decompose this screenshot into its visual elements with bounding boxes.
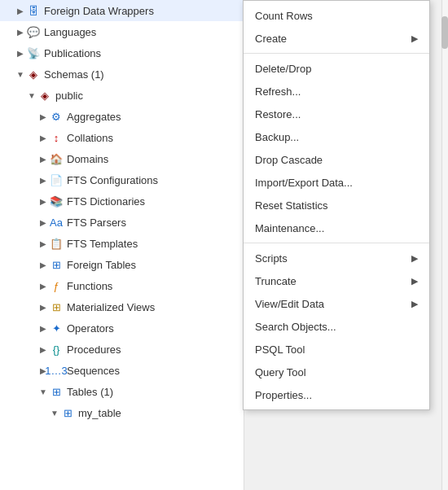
tree-arrow-my-table: ▼ — [49, 409, 60, 418]
tree-item-fts-configurations[interactable]: ▶ 📄 FTS Configurations — [0, 169, 244, 190]
menu-label-backup: Backup... — [255, 131, 299, 143]
tree-label-foreign-data-wrappers: Foreign Data Wrappers — [44, 5, 154, 17]
menu-submenu-arrow-view-edit-data: ▶ — [411, 299, 418, 309]
menu-item-query-tool[interactable]: Query Tool — [244, 361, 429, 383]
tree-icon-my-table: ⊞ — [60, 405, 75, 420]
menu-label-truncate: Truncate — [255, 275, 296, 287]
tree-arrow-fts-configurations: ▶ — [37, 176, 49, 185]
tree-arrow-foreign-tables: ▶ — [37, 260, 49, 269]
menu-item-maintenance[interactable]: Maintenance... — [244, 217, 429, 239]
tree-item-procedures[interactable]: ▶ {} Procedures — [0, 339, 244, 360]
menu-label-maintenance: Maintenance... — [255, 222, 324, 234]
tree-item-materialized-views[interactable]: ▶ ⊞ Materialized Views — [0, 296, 244, 317]
tree-arrow-tables: ▼ — [37, 387, 49, 396]
tree-arrow-operators: ▶ — [37, 324, 49, 333]
tree-label-fts-dictionaries: FTS Dictionaries — [67, 195, 145, 208]
tree-label-publications: Publications — [44, 47, 101, 59]
tree-arrow-collations: ▶ — [37, 133, 49, 142]
menu-item-psql-tool[interactable]: PSQL Tool — [244, 338, 429, 361]
tree-arrow-fts-parsers: ▶ — [37, 218, 49, 227]
tree-panel: ▶ 🗄 Foreign Data Wrappers ▶ 💬 Languages … — [0, 0, 244, 490]
menu-submenu-arrow-truncate: ▶ — [411, 276, 418, 287]
tree-item-tables[interactable]: ▼ ⊞ Tables (1) — [0, 381, 244, 402]
tree-icon-materialized-views: ⊞ — [49, 300, 64, 314]
tree-icon-languages: 💬 — [26, 24, 41, 39]
tree-icon-operators: ✦ — [49, 321, 64, 335]
tree-item-functions[interactable]: ▶ ƒ Functions — [0, 275, 244, 296]
tree-item-sequences[interactable]: ▶ 1…3 Sequences — [0, 360, 244, 381]
menu-label-create: Create — [255, 33, 287, 45]
tree-label-aggregates: Aggregates — [67, 111, 121, 123]
menu-label-refresh: Refresh... — [255, 85, 301, 98]
scrollbar-track[interactable] — [441, 0, 448, 490]
tree-arrow-materialized-views: ▶ — [37, 303, 49, 312]
menu-label-count-rows: Count Rows — [255, 10, 313, 22]
tree-label-public: public — [55, 90, 83, 102]
tree-item-foreign-data-wrappers[interactable]: ▶ 🗄 Foreign Data Wrappers — [0, 0, 244, 21]
menu-item-drop-cascade[interactable]: Drop Cascade — [244, 148, 429, 171]
tree-item-aggregates[interactable]: ▶ ⚙ Aggregates — [0, 106, 244, 127]
tree-arrow-fts-templates: ▶ — [37, 239, 49, 248]
menu-item-refresh[interactable]: Refresh... — [244, 80, 429, 103]
tree-icon-public: ◈ — [37, 88, 52, 103]
tree-item-schemas[interactable]: ▼ ◈ Schemas (1) — [0, 63, 244, 85]
tree-item-fts-templates[interactable]: ▶ 📋 FTS Templates — [0, 233, 244, 254]
menu-item-properties[interactable]: Properties... — [244, 383, 429, 406]
tree-arrow-languages: ▶ — [15, 28, 26, 37]
tree-arrow-functions: ▶ — [37, 282, 49, 291]
menu-label-scripts: Scripts — [255, 252, 288, 265]
menu-item-reset-statistics[interactable]: Reset Statistics — [244, 194, 429, 217]
tree-icon-domains: 🏠 — [49, 151, 64, 166]
scrollbar-thumb[interactable] — [441, 16, 448, 49]
menu-label-search-objects: Search Objects... — [255, 321, 336, 333]
tree-label-domains: Domains — [67, 153, 108, 165]
menu-item-delete-drop[interactable]: Delete/Drop — [244, 57, 429, 80]
tree-icon-procedures: {} — [49, 342, 64, 357]
menu-item-backup[interactable]: Backup... — [244, 125, 429, 148]
tree-arrow-fts-dictionaries: ▶ — [37, 197, 49, 206]
tree-icon-functions: ƒ — [49, 278, 64, 293]
tree-item-collations[interactable]: ▶ ↕ Collations — [0, 127, 244, 148]
tree-label-fts-configurations: FTS Configurations — [67, 174, 158, 186]
menu-item-restore[interactable]: Restore... — [244, 103, 429, 125]
tree-label-my-table: my_table — [78, 407, 121, 419]
tree-label-fts-templates: FTS Templates — [67, 238, 138, 250]
tree-item-operators[interactable]: ▶ ✦ Operators — [0, 317, 244, 339]
tree-item-fts-parsers[interactable]: ▶ Aa FTS Parsers — [0, 212, 244, 233]
menu-item-truncate[interactable]: Truncate▶ — [244, 269, 429, 292]
tree-label-procedures: Procedures — [67, 343, 121, 356]
tree-label-schemas: Schemas (1) — [44, 68, 104, 81]
tree-item-fts-dictionaries[interactable]: ▶ 📚 FTS Dictionaries — [0, 190, 244, 212]
menu-item-view-edit-data[interactable]: View/Edit Data▶ — [244, 292, 429, 315]
menu-item-search-objects[interactable]: Search Objects... — [244, 315, 429, 338]
tree-item-my-table[interactable]: ▼ ⊞ my_table — [0, 402, 244, 423]
menu-label-import-export: Import/Export Data... — [255, 177, 353, 189]
tree-label-foreign-tables: Foreign Tables — [67, 259, 136, 271]
menu-label-reset-statistics: Reset Statistics — [255, 199, 328, 212]
tree-item-domains[interactable]: ▶ 🏠 Domains — [0, 148, 244, 169]
tree-label-functions: Functions — [67, 280, 112, 292]
tree-arrow-publications: ▶ — [15, 49, 26, 58]
menu-divider — [244, 53, 429, 54]
menu-divider — [244, 243, 429, 243]
menu-item-count-rows[interactable]: Count Rows — [244, 4, 429, 27]
tree-item-publications[interactable]: ▶ 📡 Publications — [0, 42, 244, 63]
tree-icon-collations: ↕ — [49, 130, 64, 145]
menu-item-create[interactable]: Create▶ — [244, 27, 429, 50]
tree-icon-sequences: 1…3 — [49, 363, 64, 378]
menu-item-import-export[interactable]: Import/Export Data... — [244, 171, 429, 194]
tree-label-sequences: Sequences — [67, 365, 120, 377]
tree-icon-tables: ⊞ — [49, 384, 64, 399]
tree-item-languages[interactable]: ▶ 💬 Languages — [0, 21, 244, 42]
tree-icon-aggregates: ⚙ — [49, 109, 64, 124]
tree-item-public[interactable]: ▼ ◈ public — [0, 85, 244, 106]
tree-item-foreign-tables[interactable]: ▶ ⊞ Foreign Tables — [0, 254, 244, 275]
tree-arrow-foreign-data-wrappers: ▶ — [15, 7, 26, 15]
menu-label-restore: Restore... — [255, 108, 301, 120]
menu-label-psql-tool: PSQL Tool — [255, 343, 305, 356]
menu-submenu-arrow-scripts: ▶ — [411, 253, 418, 264]
tree-icon-publications: 📡 — [26, 46, 41, 60]
tree-icon-fts-dictionaries: 📚 — [49, 194, 64, 208]
menu-item-scripts[interactable]: Scripts▶ — [244, 247, 429, 269]
tree-label-operators: Operators — [67, 322, 114, 335]
